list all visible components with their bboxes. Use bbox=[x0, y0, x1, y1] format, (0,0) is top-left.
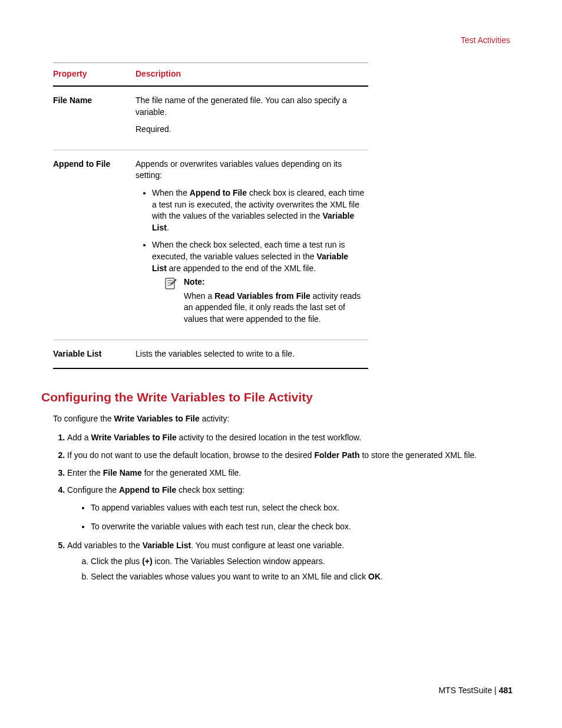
note-block: Note: When a Read Variables from File ac… bbox=[164, 276, 365, 325]
properties-table: Property Description File Name The file … bbox=[53, 62, 368, 369]
list-item: Add variables to the Variable List. You … bbox=[67, 539, 521, 584]
property-description: Appends or overwrites variables values d… bbox=[135, 150, 368, 340]
list-item: If you do not want to use the default lo… bbox=[67, 449, 521, 462]
property-description: Lists the variables selected to write to… bbox=[135, 340, 368, 368]
list-item: Enter the File Name for the generated XM… bbox=[67, 467, 521, 480]
page-footer: MTS TestSuite | 481 bbox=[438, 686, 513, 695]
list-item: Configure the Append to File check box s… bbox=[67, 484, 521, 533]
header-section-label: Test Activities bbox=[41, 35, 521, 45]
list-item: Add a Write Variables to File activity t… bbox=[67, 431, 521, 444]
list-item: Click the plus (+) icon. The Variables S… bbox=[91, 555, 521, 568]
list-item: Select the variables whose values you wa… bbox=[91, 571, 521, 584]
property-name: File Name bbox=[53, 86, 135, 150]
footer-product: MTS TestSuite bbox=[438, 686, 492, 695]
list-item: When the Append to File check box is cle… bbox=[152, 187, 365, 233]
section-intro: To configure the Write Variables to File… bbox=[53, 413, 521, 424]
property-description: The file name of the generated file. You… bbox=[135, 86, 368, 150]
footer-page-number: 481 bbox=[499, 686, 513, 695]
note-title: Note: bbox=[184, 276, 365, 288]
note-icon bbox=[164, 276, 178, 291]
steps-list: Add a Write Variables to File activity t… bbox=[53, 431, 521, 583]
list-item: To overwrite the variable values with ea… bbox=[91, 521, 521, 533]
table-row: Append to File Appends or overwrites var… bbox=[53, 150, 368, 340]
table-row: Variable List Lists the variables select… bbox=[53, 340, 368, 368]
note-text: When a Read Variables from File activity… bbox=[184, 291, 365, 325]
property-name: Append to File bbox=[53, 150, 135, 340]
property-name: Variable List bbox=[53, 340, 135, 368]
list-item: To append variables values with each tes… bbox=[91, 502, 521, 515]
col-property: Property bbox=[53, 63, 135, 87]
list-item: When the check box selected, each time a… bbox=[152, 239, 365, 325]
col-description: Description bbox=[135, 63, 368, 87]
section-heading: Configuring the Write Variables to File … bbox=[41, 390, 521, 404]
table-row: File Name The file name of the generated… bbox=[53, 86, 368, 150]
